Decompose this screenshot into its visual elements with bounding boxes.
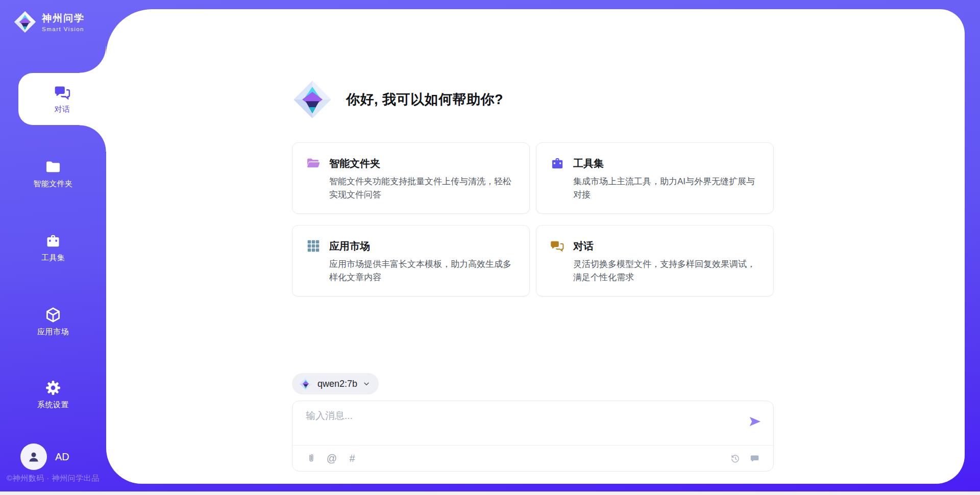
chat-bubbles-icon xyxy=(54,84,71,101)
card-chat[interactable]: 对话 灵活切换多模型文件，支持多样回复效果调试，满足个性化需求 xyxy=(536,225,774,296)
person-icon xyxy=(26,449,41,464)
user-name: AD xyxy=(55,451,69,463)
sidebar-item-smart-folder[interactable]: 智能文件夹 xyxy=(0,148,106,199)
gem-diamond-icon xyxy=(299,377,312,390)
sidebar-item-label: 系统设置 xyxy=(37,400,69,410)
card-smart-folder[interactable]: 智能文件夹 智能文件夹功能支持批量文件上传与清洗，轻松实现文件问答 xyxy=(292,142,530,214)
sidebar: 神州问学 Smart Vision 对话 智能文件夹 工具集 应用市场 xyxy=(0,0,106,495)
card-desc: 集成市场上主流工具，助力AI与外界无缝扩展与对接 xyxy=(573,175,760,202)
input-divider xyxy=(292,445,773,445)
history-icon[interactable] xyxy=(729,453,741,464)
folder-open-icon xyxy=(306,156,321,171)
main-panel: 你好, 我可以如何帮助你? 智能文件夹 智能文件夹功能支持批量文件上传与清洗，轻… xyxy=(106,9,965,484)
briefcase-icon xyxy=(44,232,62,250)
gem-diamond-icon xyxy=(292,79,333,120)
sidebar-item-label: 工具集 xyxy=(41,253,65,263)
card-app-market[interactable]: 应用市场 应用市场提供丰富长文本模板，助力高效生成多样化文章内容 xyxy=(292,225,530,296)
card-title: 智能文件夹 xyxy=(329,157,380,170)
card-desc: 应用市场提供丰富长文本模板，助力高效生成多样化文章内容 xyxy=(329,258,516,284)
avatar xyxy=(20,443,47,470)
hash-icon[interactable]: # xyxy=(347,453,358,464)
model-selector[interactable]: qwen2:7b xyxy=(292,373,379,394)
mention-icon[interactable]: @ xyxy=(326,453,337,464)
feedback-bubble-icon[interactable] xyxy=(749,453,760,464)
card-desc: 智能文件夹功能支持批量文件上传与清洗，轻松实现文件问答 xyxy=(329,175,516,202)
card-title: 工具集 xyxy=(573,157,604,170)
brand-name-cn: 神州问学 xyxy=(42,12,85,25)
sidebar-item-label: 对话 xyxy=(55,105,70,114)
card-desc: 灵活切换多模型文件，支持多样回复效果调试，满足个性化需求 xyxy=(573,258,760,284)
input-tools-left: @ # xyxy=(306,453,358,464)
greeting-title: 你好, 我可以如何帮助你? xyxy=(346,90,503,109)
user-account[interactable]: AD xyxy=(20,443,69,470)
sidebar-item-label: 智能文件夹 xyxy=(33,179,73,189)
sidebar-item-app-market[interactable]: 应用市场 xyxy=(0,296,106,347)
model-name: qwen2:7b xyxy=(317,379,357,389)
chevron-down-icon xyxy=(362,380,371,388)
grid-icon xyxy=(306,238,321,254)
card-title: 应用市场 xyxy=(329,239,370,253)
greeting-row: 你好, 我可以如何帮助你? xyxy=(292,75,774,124)
gear-icon xyxy=(44,379,62,397)
copyright-text: ©神州数码 · 神州问学出品 xyxy=(7,474,99,483)
cube-icon xyxy=(44,306,62,324)
feature-cards: 智能文件夹 智能文件夹功能支持批量文件上传与清洗，轻松实现文件问答 工具集 集成… xyxy=(292,142,774,296)
brand-name-en: Smart Vision xyxy=(42,26,85,32)
chat-duo-icon xyxy=(550,238,565,254)
sidebar-item-chat[interactable]: 对话 xyxy=(18,73,106,125)
sidebar-item-label: 应用市场 xyxy=(37,327,69,337)
folder-icon xyxy=(44,158,62,176)
page-scrollbar[interactable] xyxy=(0,491,980,495)
toolbox-icon xyxy=(550,156,565,171)
sidebar-item-toolset[interactable]: 工具集 xyxy=(0,222,106,273)
input-tools-right xyxy=(729,453,760,464)
send-icon[interactable] xyxy=(748,414,762,429)
main-content: 你好, 我可以如何帮助你? 智能文件夹 智能文件夹功能支持批量文件上传与清洗，轻… xyxy=(292,75,774,472)
paperclip-icon[interactable] xyxy=(306,453,317,464)
message-input-box: @ # xyxy=(292,401,774,472)
gem-diamond-icon xyxy=(13,10,37,34)
card-toolset[interactable]: 工具集 集成市场上主流工具，助力AI与外界无缝扩展与对接 xyxy=(536,142,774,214)
brand-logo: 神州问学 Smart Vision xyxy=(13,10,85,34)
message-input[interactable] xyxy=(306,409,738,441)
sidebar-item-settings[interactable]: 系统设置 xyxy=(0,369,106,420)
card-title: 对话 xyxy=(573,239,594,253)
